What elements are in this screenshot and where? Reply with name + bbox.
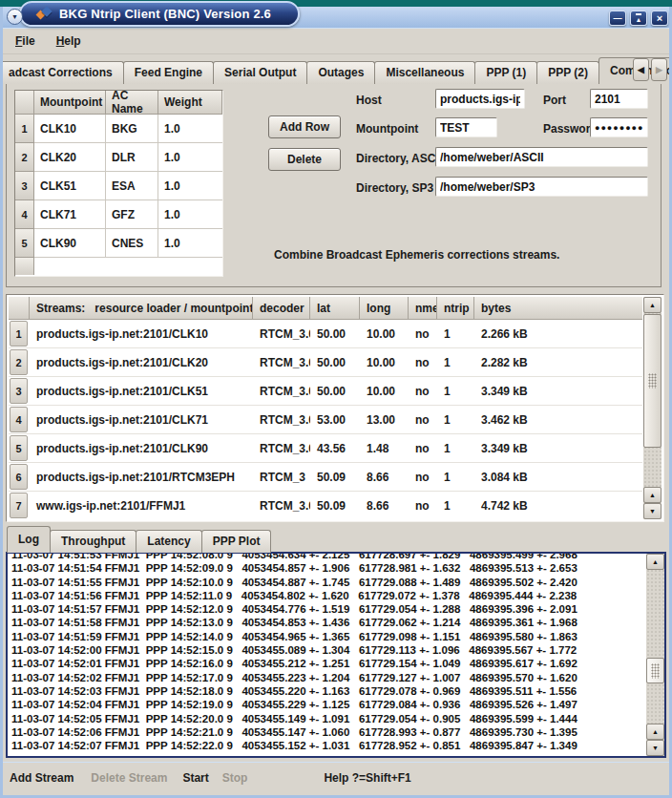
directory-ascii-field[interactable] bbox=[435, 147, 648, 167]
cell-ac-name[interactable]: GFZ bbox=[106, 200, 158, 229]
settings-tab[interactable]: PPP (2) bbox=[536, 61, 599, 84]
window-menu-button[interactable]: ▼ bbox=[7, 9, 23, 25]
row-number[interactable]: 4 bbox=[10, 407, 28, 432]
cell-mountpoint[interactable]: CLK71 bbox=[34, 200, 106, 229]
log-tabbar: Log Throughput Latency PPP Plot bbox=[7, 526, 270, 553]
stream-row[interactable]: 4 products.igs-ip.net:2101/CLK71 RTCM_3.… bbox=[9, 406, 642, 434]
mountpoint-label: Mountpoint bbox=[356, 119, 418, 138]
row-number[interactable]: 7 bbox=[10, 493, 28, 518]
table-row: 1 CLK10 BKG 1.0 bbox=[15, 115, 222, 143]
password-field[interactable] bbox=[590, 117, 648, 137]
row-number[interactable]: 1 bbox=[15, 115, 34, 143]
scroll-down-button[interactable]: ▼ bbox=[643, 503, 662, 519]
action-item[interactable]: Add Stream bbox=[10, 771, 74, 785]
cell-weight[interactable]: 1.0 bbox=[158, 172, 222, 200]
log-output[interactable]: 11-03-07 14:51:53 FFMJ1 PPP 14:52:08.0 9… bbox=[8, 554, 644, 756]
streams-scrollbar[interactable]: ▲ ▲ ▼ bbox=[643, 297, 662, 519]
maximize-button[interactable]: ▲ bbox=[630, 10, 647, 26]
menu-item[interactable]: Help bbox=[56, 34, 81, 48]
cell-lat: 50.00 bbox=[310, 377, 360, 405]
stream-row[interactable]: 6 products.igs-ip.net:2101/RTCM3EPH RTCM… bbox=[9, 463, 642, 492]
cell-weight[interactable]: 1.0 bbox=[158, 143, 222, 172]
settings-tab[interactable]: Miscellaneous bbox=[374, 61, 475, 84]
log-scrollbar[interactable]: ▲ ▲ ▼ bbox=[646, 554, 664, 756]
add-row-button[interactable]: Add Row bbox=[268, 116, 341, 138]
cell-ntrip: 1 bbox=[437, 320, 474, 347]
settings-tab[interactable]: Serial Output bbox=[213, 61, 307, 84]
cell-weight[interactable]: 1.0 bbox=[158, 229, 222, 258]
cell-mountpoint[interactable]: CLK10 bbox=[34, 115, 106, 143]
row-number[interactable]: 5 bbox=[10, 435, 28, 461]
cell-ac-name[interactable]: DLR bbox=[106, 143, 158, 172]
cell-weight[interactable]: 1.0 bbox=[158, 115, 222, 143]
host-label: Host bbox=[356, 91, 382, 110]
cell-ac-name[interactable]: ESA bbox=[106, 172, 158, 200]
host-field[interactable] bbox=[435, 89, 525, 109]
settings-tab[interactable]: Feed Engine bbox=[123, 61, 214, 84]
cell-mountpoint: products.igs-ip.net:2101/CLK71 bbox=[30, 406, 253, 433]
stream-row[interactable]: 7 www.igs-ip.net:2101/FFMJ1 RTCM_3.0 50.… bbox=[9, 492, 642, 519]
minimize-button[interactable]: — bbox=[609, 10, 626, 26]
log-tab[interactable]: Latency bbox=[136, 530, 201, 553]
cell-weight[interactable]: 1.0 bbox=[158, 200, 222, 229]
action-item[interactable]: Start bbox=[182, 771, 208, 785]
log-lines: 11-03-07 14:51:53 FFMJ1 PPP 14:52:08.0 9… bbox=[11, 554, 644, 752]
scrollbar-thumb[interactable] bbox=[643, 314, 662, 448]
row-number[interactable]: 2 bbox=[10, 349, 28, 375]
cell-mountpoint: www.igs-ip.net:2101/FFMJ1 bbox=[30, 492, 253, 519]
scrollbar-thumb[interactable] bbox=[646, 658, 664, 683]
row-number[interactable]: 3 bbox=[10, 378, 28, 404]
log-tab[interactable]: PPP Plot bbox=[201, 530, 272, 553]
cell-decoder: RTCM_3.0 bbox=[253, 320, 310, 347]
cell-mountpoint: products.igs-ip.net:2101/RTCM3EPH bbox=[30, 463, 253, 491]
cell-ac-name[interactable]: BKG bbox=[106, 115, 158, 143]
stream-row[interactable]: 2 products.igs-ip.net:2101/CLK20 RTCM_3.… bbox=[9, 348, 642, 377]
stream-row[interactable]: 3 products.igs-ip.net:2101/CLK51 RTCM_3.… bbox=[9, 377, 642, 406]
tab-scroll-left-button[interactable]: ◀ bbox=[633, 58, 649, 81]
settings-tab[interactable]: Outages bbox=[306, 61, 375, 84]
settings-tab[interactable]: PPP (1) bbox=[474, 61, 537, 84]
row-number[interactable]: 4 bbox=[15, 200, 34, 229]
scroll-up-button-bottom[interactable]: ▲ bbox=[646, 724, 664, 740]
cell-nmea: no bbox=[409, 406, 437, 433]
stream-row[interactable]: 1 products.igs-ip.net:2101/CLK10 RTCM_3.… bbox=[9, 320, 642, 348]
cell-lat: 53.00 bbox=[310, 406, 360, 433]
menu-item[interactable]: File bbox=[15, 34, 35, 48]
header-mountpoint: Mountpoint bbox=[34, 91, 106, 115]
combination-hint-text: Combine Broadcast Ephemeris corrections … bbox=[274, 248, 559, 262]
streams-table: Streams: resource loader / mountpoint de… bbox=[6, 294, 664, 522]
log-tab[interactable]: Throughput bbox=[50, 530, 136, 553]
cell-lat: 50.09 bbox=[310, 492, 360, 519]
settings-tab[interactable]: adcast Corrections bbox=[3, 61, 124, 84]
directory-sp3-label: Directory, SP3 bbox=[356, 178, 433, 198]
log-line: 11-03-07 14:51:59 FFMJ1 PPP 14:52:14.0 9… bbox=[11, 630, 644, 643]
delete-button[interactable]: Delete bbox=[268, 148, 341, 171]
scroll-down-button[interactable]: ▼ bbox=[646, 740, 664, 756]
action-item[interactable]: Help ?=Shift+F1 bbox=[324, 771, 410, 785]
scroll-up-button-bottom[interactable]: ▲ bbox=[643, 487, 662, 503]
cell-mountpoint[interactable]: CLK51 bbox=[34, 172, 106, 200]
row-number[interactable]: 2 bbox=[15, 143, 34, 172]
scroll-up-button[interactable]: ▲ bbox=[646, 554, 664, 570]
maximize-icon: ▲ bbox=[636, 13, 642, 23]
cell-long: 10.00 bbox=[360, 320, 409, 347]
cell-ac-name[interactable]: CNES bbox=[106, 229, 158, 258]
settings-tabbar: adcast Corrections Feed Engine Serial Ou… bbox=[3, 57, 669, 84]
row-number[interactable]: 3 bbox=[15, 172, 34, 200]
log-line: 11-03-07 14:52:02 FFMJ1 PPP 14:52:17.0 9… bbox=[11, 671, 644, 684]
scroll-up-button[interactable]: ▲ bbox=[643, 297, 662, 313]
mountpoint-field[interactable] bbox=[435, 117, 497, 137]
cell-ntrip: 1 bbox=[437, 406, 474, 433]
directory-sp3-field[interactable] bbox=[435, 177, 648, 197]
log-tab[interactable]: Log bbox=[7, 526, 51, 553]
cell-long: 13.00 bbox=[360, 406, 409, 433]
port-label: Port bbox=[543, 91, 566, 110]
stream-row[interactable]: 5 products.igs-ip.net:2101/CLK90 RTCM_3.… bbox=[9, 434, 642, 463]
row-number[interactable]: 6 bbox=[10, 464, 28, 490]
port-field[interactable] bbox=[590, 89, 648, 109]
cell-mountpoint[interactable]: CLK90 bbox=[34, 229, 106, 258]
cell-mountpoint[interactable]: CLK20 bbox=[34, 143, 106, 172]
close-button[interactable]: × bbox=[651, 10, 668, 26]
row-number[interactable]: 1 bbox=[10, 321, 28, 346]
row-number[interactable]: 5 bbox=[15, 229, 34, 258]
